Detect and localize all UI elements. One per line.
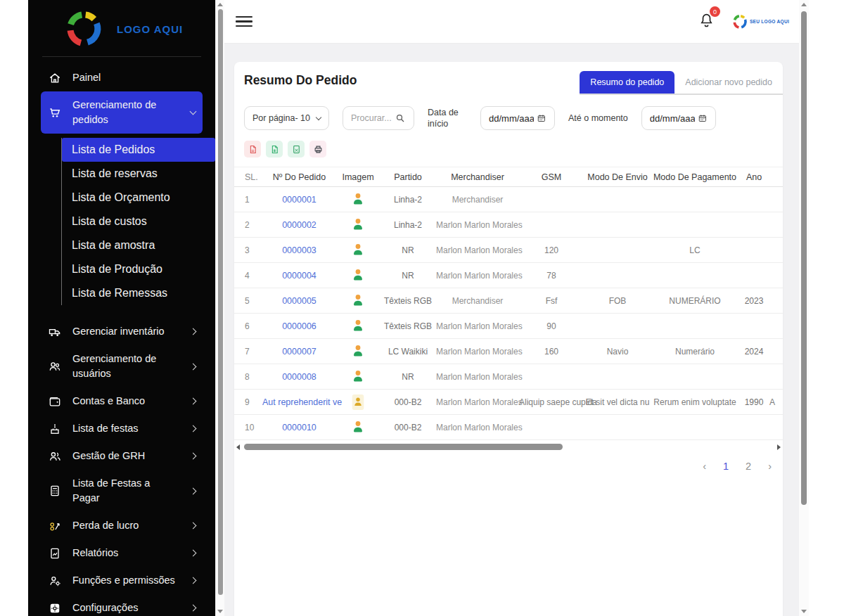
page-scrollbar-thumb[interactable] [801,11,807,505]
cell-sl: 5 [234,288,262,314]
cell-extra [769,339,783,364]
cell-extra [769,238,783,263]
sidebar-logo[interactable]: LOGO AQUI [28,0,215,56]
scroll-down-arrow-icon[interactable] [217,610,223,613]
cell-partido: NR [380,263,436,288]
scroll-down-arrow-icon[interactable] [801,610,807,613]
sidebar-subitem[interactable]: Lista de Remessas [62,281,215,305]
page-scrollbar[interactable] [799,0,809,616]
sidebar-item[interactable]: Gerenciamento de usuários [41,345,203,387]
cell-imagem[interactable] [336,212,380,238]
menu-toggle-button[interactable] [236,13,252,30]
sidebar-subitem[interactable]: Lista de Pedidos [62,138,215,162]
sidebar-item-painel[interactable]: Painel [41,64,203,91]
sidebar-item[interactable]: Funções e permissões [41,567,203,594]
notifications-button[interactable]: 0 [698,11,715,32]
notification-badge: 0 [710,6,720,17]
cell-partido: NR [380,238,436,263]
sidebar-subitem[interactable]: Lista de custos [62,210,215,233]
order-link[interactable]: 0000001 [282,195,316,205]
sidebar-scrollbar[interactable] [215,0,224,616]
sidebar-item[interactable]: Configurações [41,594,203,616]
cell-gsm: 120 [519,238,584,263]
sidebar-item[interactable]: Contas e Banco [41,387,203,415]
sidebar-item[interactable]: Relatórios [41,539,203,567]
cell-gsm: 160 [519,339,584,364]
order-link[interactable]: 0000007 [282,347,316,357]
order-link[interactable]: 0000006 [282,321,316,331]
cell-imagem[interactable] [336,238,380,263]
order-link[interactable]: 0000005 [282,296,316,306]
date-end-label: Até o momento [568,113,628,124]
cell-modo-pagamento [651,364,738,390]
sidebar-subitem[interactable]: Lista de Produção [62,257,215,281]
cell-ano [738,314,769,339]
cell-imagem[interactable] [336,314,380,339]
scroll-right-arrow-icon[interactable] [777,444,781,450]
order-link[interactable]: Aut reprehenderit ve [262,397,342,407]
export-pdf-button[interactable] [244,141,261,158]
order-link[interactable]: 0000010 [282,423,316,432]
topbar-logo[interactable]: SEU LOGO AQUI [732,14,789,30]
sidebar-subitem[interactable]: Lista de Orçamento [62,186,215,210]
table-horizontal-scrollbar[interactable] [234,442,783,452]
chevron-right-icon [190,487,197,494]
sidebar-item[interactable]: Gerenciar inventário [41,318,203,345]
sidebar-item[interactable]: Lista de festas [41,415,203,442]
sidebar-scrollbar-thumb[interactable] [218,9,223,595]
cell-merchandiser: Marlon Marlon Morales [436,263,519,288]
sidebar-item[interactable]: Lista de Festas a Pagar [41,470,203,512]
cell-ano [738,364,769,390]
export-csv-button[interactable] [266,141,283,158]
print-button[interactable] [309,141,326,158]
cell-imagem[interactable] [336,339,380,364]
pagination-next-button[interactable]: › [768,461,772,472]
scroll-up-arrow-icon[interactable] [801,3,807,6]
export-excel-button[interactable] [288,141,305,158]
inventory-icon [48,325,62,339]
date-start-input[interactable]: dd/mm/aaaa [480,106,555,130]
order-link[interactable]: 0000003 [282,245,316,255]
cell-imagem[interactable] [336,288,380,314]
cell-imagem[interactable] [336,415,380,440]
cell-partido: LC Waikiki [380,339,436,364]
date-end-input[interactable]: dd/mm/aaaa [641,106,716,130]
pagination-prev-button[interactable]: ‹ [703,461,706,472]
table-row: 2 0000002 Linha-2 Marlon Marlon Morales [234,212,783,238]
cell-imagem[interactable] [336,390,380,415]
chevron-right-icon [190,453,197,460]
sidebar-item[interactable]: Gestão de GRH [41,442,203,470]
cell-sl: 10 [234,415,262,440]
sidebar-subitem[interactable]: Lista de reservas [62,162,215,186]
brand-swirl-icon [65,10,103,48]
pagination-page-1[interactable]: 1 [723,461,729,472]
order-link[interactable]: 0000008 [282,372,316,382]
cell-sl: 4 [234,263,262,288]
sidebar-item-label: Lista de Festas a Pagar [72,476,180,506]
pagination: ‹ 1 2 › [234,452,783,472]
scroll-left-arrow-icon[interactable] [236,444,240,450]
chevron-right-icon [190,328,197,335]
cell-partido: Têxteis RGB [380,314,436,339]
cell-imagem[interactable] [336,263,380,288]
col-merchandiser: Merchandiser [436,167,519,187]
avatar-icon [350,293,366,309]
cell-imagem[interactable] [336,187,380,212]
tab-adicionar-novo-pedido[interactable]: Adicionar novo pedido [674,71,783,94]
cell-pedido: 0000004 [262,263,336,288]
order-link[interactable]: 0000002 [282,220,316,230]
cell-imagem[interactable] [336,364,380,390]
per-page-select[interactable]: Por página- 10 [244,106,329,130]
pagination-page-2[interactable]: 2 [746,461,751,472]
sidebar-item[interactable]: Perda de lucro [41,512,203,539]
order-link[interactable]: 0000004 [282,271,316,281]
table-scrollbar-thumb[interactable] [244,444,563,450]
scroll-up-arrow-icon[interactable] [217,3,223,6]
cell-modo-envio [584,212,651,238]
search-input[interactable] [351,113,395,123]
sidebar-subitem[interactable]: Lista de amostra [62,233,215,257]
cell-gsm: 90 [519,314,584,339]
tab-resumo-do-pedido[interactable]: Resumo do pedido [580,71,674,94]
sidebar-item-gerenciamento-pedidos[interactable]: Gerenciamento de pedidos [41,91,203,134]
page-title: Resumo Do Pedido [244,62,357,95]
